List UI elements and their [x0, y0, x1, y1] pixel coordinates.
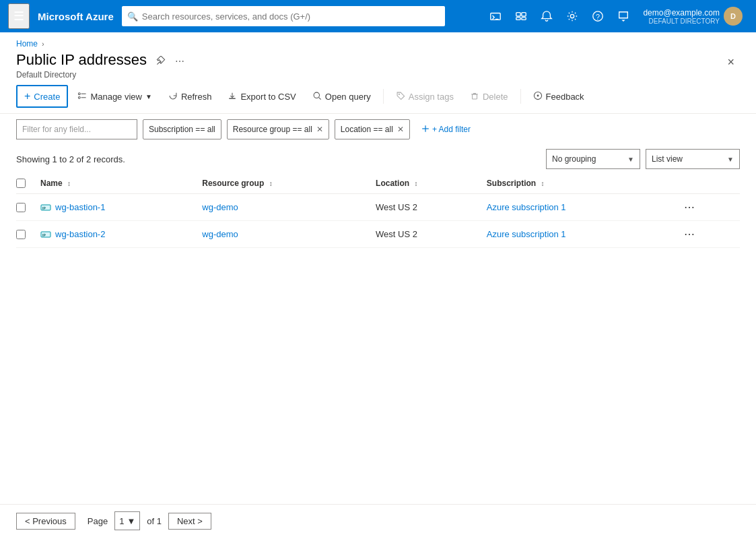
top-navigation: ☰ Microsoft Azure 🔍 ? demo@example.com D…: [0, 0, 756, 32]
page-subtitle: Default Directory: [16, 69, 722, 80]
row-checkbox-cell: [16, 194, 40, 221]
svg-text:IP: IP: [42, 233, 46, 237]
row-subscription-link[interactable]: Azure subscription 1: [487, 202, 566, 212]
row-name-link[interactable]: wg-bastion-2: [55, 229, 105, 239]
next-label: Next >: [177, 516, 203, 526]
hamburger-menu-button[interactable]: ☰: [8, 3, 30, 29]
svg-rect-5: [522, 18, 526, 20]
header-resource-group-label: Resource group: [202, 179, 264, 188]
page-label: Page: [88, 516, 108, 526]
feedback-button[interactable]: Feedback: [526, 87, 591, 106]
breadcrumb-separator: ›: [42, 40, 44, 48]
directory-button[interactable]: [510, 6, 532, 26]
assign-tags-label: Assign tags: [409, 92, 454, 102]
assign-tags-icon: [396, 91, 405, 102]
svg-line-9: [157, 61, 160, 64]
header-name[interactable]: Name ↕: [40, 173, 202, 194]
row-location: West US 2: [376, 194, 487, 221]
sort-subscription-icon: ↕: [541, 180, 544, 187]
view-select[interactable]: List view ▼: [646, 149, 740, 169]
row-checkbox[interactable]: [16, 230, 26, 239]
filter-bar: Subscription == all Resource group == al…: [0, 114, 756, 145]
view-chevron-icon: ▼: [727, 156, 734, 163]
plus-icon: +: [24, 90, 30, 102]
svg-rect-3: [522, 13, 526, 16]
search-bar: 🔍: [122, 6, 445, 26]
avatar: D: [724, 7, 743, 26]
row-more-button[interactable]: ⋯: [680, 226, 699, 242]
add-filter-button[interactable]: + Add filter: [415, 119, 477, 139]
next-button[interactable]: Next >: [168, 513, 211, 530]
delete-button[interactable]: Delete: [463, 87, 515, 106]
refresh-icon: [168, 91, 178, 102]
more-options-button[interactable]: ⋯: [172, 55, 187, 68]
delete-label: Delete: [483, 92, 508, 102]
row-checkbox-cell: [16, 221, 40, 248]
header-subscription[interactable]: Subscription ↕: [487, 173, 681, 194]
breadcrumb-home[interactable]: Home: [16, 39, 38, 49]
delete-icon: [470, 91, 479, 102]
grouping-select[interactable]: No grouping ▼: [546, 149, 640, 169]
filter-tag-location-label: Location == all: [341, 125, 393, 134]
toolbar: + Create Manage view ▼ Refresh Export to…: [0, 80, 756, 114]
assign-tags-button[interactable]: Assign tags: [389, 87, 460, 106]
open-query-label: Open query: [325, 92, 371, 102]
export-button[interactable]: Export to CSV: [221, 87, 302, 106]
search-input[interactable]: [142, 11, 440, 22]
row-subscription: Azure subscription 1: [487, 194, 681, 221]
user-menu[interactable]: demo@example.com DEFAULT DIRECTORY D: [638, 4, 748, 28]
add-filter-label: + Add filter: [432, 125, 471, 134]
feedback-label: Feedback: [546, 92, 584, 102]
header-location[interactable]: Location ↕: [376, 173, 487, 194]
header-name-label: Name: [40, 179, 63, 188]
help-button[interactable]: ?: [586, 6, 609, 26]
filter-tag-location-close[interactable]: ✕: [397, 125, 404, 134]
filter-tag-resource-group-close[interactable]: ✕: [316, 125, 323, 134]
settings-button[interactable]: [561, 6, 584, 26]
row-resource-group-link[interactable]: wg-demo: [202, 202, 238, 212]
sort-location-icon: ↕: [414, 180, 417, 187]
table-row: IP wg-bastion-1 wg-demo West US 2 Azure …: [16, 194, 740, 221]
header-resource-group[interactable]: Resource group ↕: [202, 173, 376, 194]
results-bar: Showing 1 to 2 of 2 records. No grouping…: [0, 145, 756, 173]
notifications-button[interactable]: [535, 6, 558, 26]
user-info: demo@example.com DEFAULT DIRECTORY: [643, 8, 720, 25]
user-email: demo@example.com: [643, 8, 720, 18]
breadcrumb: Home ›: [0, 32, 756, 51]
page-header-icons: ⋯: [153, 55, 187, 69]
table-container: Name ↕ Resource group ↕ Location ↕ Subsc…: [0, 173, 756, 504]
row-more-button[interactable]: ⋯: [680, 199, 699, 215]
svg-rect-4: [516, 18, 520, 20]
manage-view-chevron: ▼: [145, 93, 152, 100]
feedback-icon: [533, 91, 543, 102]
row-subscription-link[interactable]: Azure subscription 1: [487, 229, 566, 239]
pin-button[interactable]: [153, 55, 168, 69]
row-resource-group-link[interactable]: wg-demo: [202, 229, 238, 239]
page-select[interactable]: 1 ▼: [114, 511, 140, 530]
ip-icon: IP: [40, 202, 51, 213]
previous-button[interactable]: < Previous: [16, 513, 75, 530]
svg-point-15: [314, 92, 319, 98]
feedback-nav-button[interactable]: [612, 6, 635, 26]
current-page: 1: [119, 516, 124, 526]
select-all-checkbox[interactable]: [16, 179, 26, 188]
row-name-link[interactable]: wg-bastion-1: [55, 202, 105, 212]
close-button[interactable]: ×: [722, 53, 740, 72]
toolbar-divider: [383, 89, 384, 104]
filter-tag-subscription: Subscription == all: [143, 119, 221, 139]
open-query-button[interactable]: Open query: [306, 87, 378, 106]
create-button[interactable]: + Create: [16, 85, 68, 108]
filter-tag-location: Location == all ✕: [335, 119, 410, 139]
header-location-label: Location: [376, 179, 409, 188]
main-content: Home › Public IP addresses ⋯ Default Dir…: [0, 32, 756, 537]
cloud-shell-button[interactable]: [484, 6, 507, 26]
view-label: List view: [652, 154, 683, 164]
svg-text:?: ?: [596, 13, 600, 21]
row-checkbox[interactable]: [16, 203, 26, 212]
filter-input[interactable]: [16, 119, 137, 139]
header-checkbox-cell: [16, 173, 40, 194]
refresh-button[interactable]: Refresh: [162, 87, 219, 106]
grouping-label: No grouping: [552, 154, 596, 164]
manage-view-button[interactable]: Manage view ▼: [71, 87, 159, 106]
svg-point-17: [399, 93, 400, 94]
